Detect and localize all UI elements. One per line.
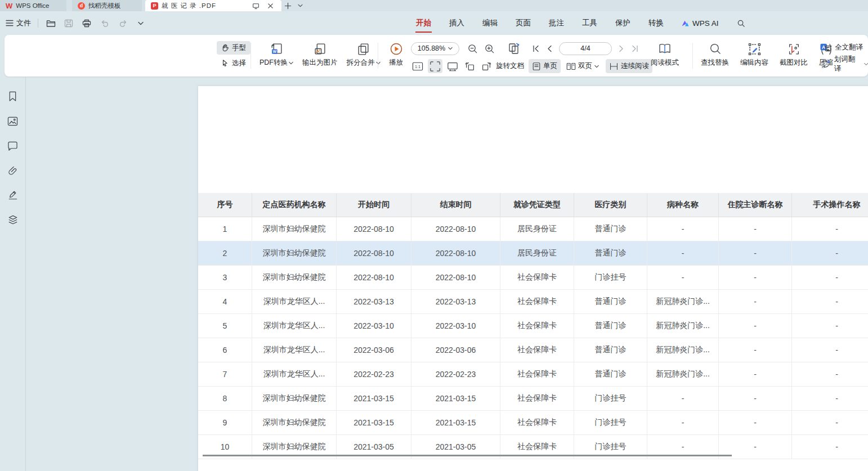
continuous-reading-button[interactable]: 连续阅读 (606, 59, 652, 73)
table-cell: - (792, 266, 868, 290)
actual-size-button[interactable]: 1:1 (411, 60, 424, 73)
table-row[interactable]: 1深圳市妇幼保健院2022-08-102022-08-10居民身份证普通门诊--… (198, 217, 868, 241)
last-page-button[interactable] (631, 45, 639, 52)
hand-icon (221, 44, 229, 52)
bookmark-icon[interactable] (5, 90, 21, 102)
table-row[interactable]: 7深圳市龙华区人...2022-02-232022-02-23社会保障卡普通门诊… (198, 362, 868, 387)
pdf-convert-icon: W (270, 41, 283, 57)
menu-item-wps-ai[interactable]: WPS AI (681, 19, 719, 28)
rotate-document-label: 旋转文档 (496, 61, 524, 71)
comment-icon[interactable] (5, 140, 21, 152)
menu-item-2[interactable]: 插入 (449, 16, 465, 30)
file-menu-button[interactable]: 文件 (6, 18, 31, 28)
zoom-level-select[interactable]: 105.88% (411, 42, 459, 55)
thumbnail-icon[interactable] (5, 115, 21, 127)
table-cell: - (792, 435, 868, 459)
search-icon[interactable] (737, 19, 745, 28)
table-cell: 2022-08-10 (337, 266, 411, 290)
print-icon[interactable] (81, 17, 92, 29)
tab-wps-office[interactable]: W WPS Office (0, 0, 66, 11)
table-cell: - (792, 314, 868, 338)
chevron-down-icon (448, 47, 453, 50)
table-cell: 社会保障卡 (500, 266, 574, 290)
table-cell: 2021-03-15 (411, 387, 500, 411)
previous-page-button[interactable] (547, 45, 552, 52)
table-row[interactable]: 6深圳市龙华区人...2022-03-062022-03-06社会保障卡普通门诊… (198, 338, 868, 362)
table-row[interactable]: 4深圳市龙华区人...2022-03-132022-03-13社会保障卡普通门诊… (198, 290, 868, 314)
table-row[interactable]: 8深圳市妇幼保健院2021-03-152021-03-15社会保障卡门诊挂号--… (198, 387, 868, 411)
tab-document-pdf[interactable]: P 就 医 记 录 .PDF (145, 0, 281, 11)
table-header-cell: 就诊凭证类型 (500, 193, 574, 217)
table-cell: - (647, 241, 719, 266)
table-row[interactable]: 3深圳市妇幼保健院2022-08-102022-08-10社会保障卡门诊挂号--… (198, 266, 868, 290)
single-page-button[interactable]: 单页 (529, 59, 561, 73)
tab-list-chevron-icon[interactable] (294, 0, 306, 11)
menu-item-3[interactable]: 编辑 (482, 16, 498, 30)
rotate-right-icon[interactable] (479, 59, 494, 73)
table-row[interactable]: 9深圳市妇幼保健院2021-03-152021-03-15社会保障卡门诊挂号--… (198, 411, 868, 435)
double-page-button[interactable]: 双页 (563, 59, 602, 73)
chevron-down-icon (594, 65, 599, 68)
edit-content-button[interactable]: 编辑内容 (736, 39, 772, 69)
find-replace-button[interactable]: 查找替换 (697, 39, 733, 69)
fit-width-button[interactable] (445, 59, 460, 73)
hamburger-icon (6, 20, 14, 26)
more-actions-chevron-icon[interactable] (135, 17, 146, 29)
table-row[interactable]: 5深圳市龙华区人...2022-03-102022-03-10社会保障卡普通门诊… (198, 314, 868, 338)
page-number-input[interactable]: 4/4 (559, 42, 612, 55)
layers-icon[interactable] (5, 214, 21, 226)
word-translate-button[interactable]: xA 划词翻译 (820, 56, 868, 71)
new-tab-button[interactable] (281, 0, 294, 11)
monitor-icon[interactable] (250, 0, 261, 11)
menu-item-8[interactable]: 转换 (648, 16, 664, 30)
read-mode-button[interactable]: 阅读模式 (647, 39, 683, 69)
rotate-left-icon[interactable] (463, 59, 477, 73)
document-viewport[interactable]: 序号定点医药机构名称开始时间结束时间就诊凭证类型医疗类别病种名称住院主诊断名称手… (26, 77, 868, 471)
select-tool-button[interactable]: 选择 (217, 56, 250, 70)
divider (692, 43, 693, 69)
table-cell: 深圳市妇幼保健院 (252, 241, 337, 266)
zoom-out-button[interactable] (467, 43, 478, 54)
table-header-cell: 定点医药机构名称 (252, 193, 337, 217)
table-header-cell: 序号 (198, 193, 252, 217)
fit-page-button[interactable] (428, 59, 442, 73)
close-tab-icon[interactable] (265, 0, 276, 11)
table-cell: - (719, 411, 792, 435)
table-row[interactable]: 2深圳市妇幼保健院2022-08-102022-08-10居民身份证普通门诊--… (198, 241, 868, 266)
horizontal-scrollbar[interactable] (203, 455, 732, 456)
signature-icon[interactable] (5, 189, 21, 201)
open-folder-icon[interactable] (45, 17, 56, 29)
redo-icon[interactable] (117, 17, 128, 29)
attachment-icon[interactable] (5, 164, 21, 177)
undo-icon[interactable] (99, 17, 110, 29)
zoom-in-button[interactable] (484, 43, 495, 54)
table-cell: 深圳市龙华区人... (252, 362, 337, 387)
export-as-image-button[interactable]: 输出为图片 (298, 39, 342, 69)
wps-ai-label: WPS AI (692, 19, 719, 28)
screenshot-compare-button[interactable]: 截图对比 (776, 39, 812, 69)
page-switch-icon[interactable] (507, 42, 521, 55)
select-tool-label: 选择 (232, 59, 246, 68)
hand-tool-label: 手型 (232, 43, 246, 53)
pdf-convert-button[interactable]: W PDF转换 (256, 39, 297, 69)
next-page-button[interactable] (619, 45, 624, 52)
word-translate-label: 划词翻译 (834, 55, 861, 74)
menu-item-6[interactable]: 工具 (581, 16, 598, 30)
menu-item-7[interactable]: 保护 (615, 16, 631, 30)
menu-item-1[interactable]: 开始 (415, 16, 432, 30)
table-cell: 居民身份证 (500, 241, 574, 266)
menu-item-4[interactable]: 页面 (515, 16, 531, 30)
play-button[interactable]: 播放 (385, 39, 407, 69)
rotate-document-button[interactable]: 旋转文档 (494, 59, 527, 73)
first-page-button[interactable] (532, 45, 540, 52)
hand-tool-button[interactable]: 手型 (217, 41, 250, 55)
full-translate-button[interactable]: A 全文翻译 (820, 40, 868, 55)
divider (250, 43, 251, 69)
table-cell: - (647, 411, 719, 435)
tab-docer-templates[interactable]: d 找稻壳模板 (72, 0, 142, 11)
menu-row: 文件 开始插入编辑页面批注工具保护转换 WPS AI (0, 11, 868, 35)
save-icon[interactable] (63, 17, 74, 29)
menu-item-5[interactable]: 批注 (548, 16, 565, 30)
table-cell: 2022-02-23 (411, 362, 500, 387)
table-cell: 深圳市龙华区人... (252, 314, 337, 338)
